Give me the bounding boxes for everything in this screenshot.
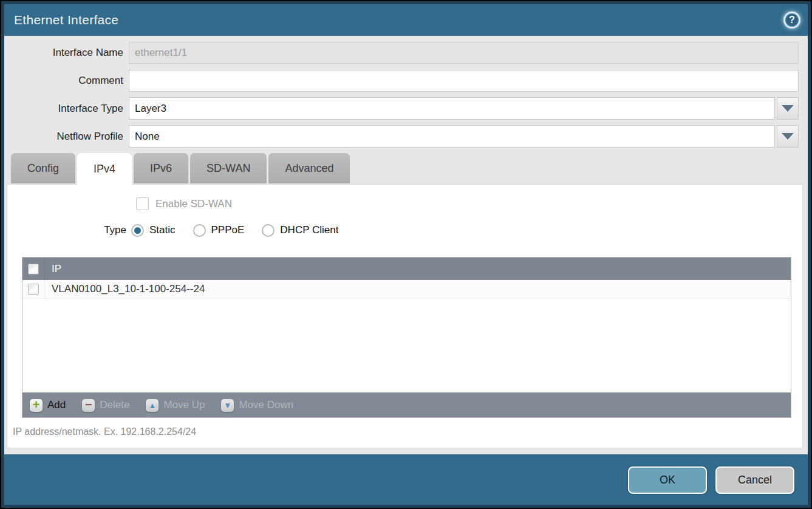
ip-address-table: IP VLAN0100_L3_10-1-100-254--24 + Add: [22, 257, 791, 418]
chevron-down-icon: [782, 105, 794, 112]
interface-name-label: Interface Name: [4, 47, 123, 59]
enable-sdwan-row: Enable SD-WAN: [136, 197, 232, 210]
cancel-button[interactable]: Cancel: [715, 466, 794, 494]
move-up-button-label: Move Up: [163, 399, 205, 411]
comment-label: Comment: [4, 75, 123, 87]
dialog-footer: OK Cancel: [4, 454, 808, 505]
move-down-button[interactable]: ▼ Move Down: [221, 399, 293, 412]
interface-type-row: Interface Type Layer3: [4, 97, 799, 120]
radio-unselected-icon[interactable]: [262, 224, 275, 237]
row-checkbox[interactable]: [28, 284, 39, 295]
radio-option-dhcp-client[interactable]: DHCP Client: [262, 224, 338, 237]
ip-table-toolbar: + Add − Delete ▲ Move Up ▼ Move Down: [22, 392, 791, 417]
tab-config[interactable]: Config: [11, 153, 75, 183]
netflow-profile-row: Netflow Profile None: [4, 125, 799, 148]
plus-icon: +: [30, 399, 43, 412]
minus-icon: −: [82, 399, 95, 412]
interface-name-field: [129, 42, 799, 64]
interface-type-label: Interface Type: [4, 103, 123, 115]
add-button[interactable]: + Add: [30, 399, 66, 412]
tab-ipv6-label: IPv6: [150, 162, 172, 175]
tab-advanced[interactable]: Advanced: [268, 153, 350, 183]
dialog-titlebar: Ethernet Interface ?: [4, 4, 808, 36]
interface-type-select[interactable]: Layer3: [129, 97, 775, 120]
delete-button-label: Delete: [100, 399, 129, 411]
ipv4-tab-panel: Enable SD-WAN Type Static PPPoE DHCP Cli…: [7, 184, 803, 448]
enable-sdwan-checkbox[interactable]: [136, 197, 149, 210]
delete-button[interactable]: − Delete: [82, 399, 129, 412]
interface-type-value: Layer3: [135, 103, 166, 115]
table-row[interactable]: VLAN0100_L3_10-1-100-254--24: [22, 280, 791, 299]
move-up-button[interactable]: ▲ Move Up: [146, 399, 205, 412]
netflow-profile-dropdown-button[interactable]: [777, 125, 799, 148]
header-checkbox-cell: [22, 258, 45, 280]
interface-name-row: Interface Name: [4, 42, 799, 64]
tab-sdwan-label: SD-WAN: [206, 162, 250, 175]
radio-static-label: Static: [149, 224, 176, 236]
type-label: Type: [7, 224, 131, 236]
netflow-profile-value: None: [135, 131, 160, 143]
tab-advanced-label: Advanced: [285, 162, 333, 175]
ip-table-body: VLAN0100_L3_10-1-100-254--24: [22, 280, 791, 392]
arrow-down-icon: ▼: [221, 399, 234, 412]
row-checkbox-cell: [22, 280, 45, 298]
netflow-profile-label: Netflow Profile: [4, 131, 123, 143]
type-radio-group: Type Static PPPoE DHCP Client: [7, 222, 356, 238]
add-button-label: Add: [47, 399, 66, 411]
tab-sdwan[interactable]: SD-WAN: [190, 153, 267, 183]
radio-pppoe-label: PPPoE: [211, 224, 245, 236]
chevron-down-icon: [782, 133, 794, 140]
tab-ipv6[interactable]: IPv6: [134, 153, 188, 183]
ethernet-interface-dialog: Ethernet Interface ? Interface Name Comm…: [1, 1, 811, 508]
radio-selected-icon[interactable]: [131, 224, 144, 237]
comment-row: Comment: [4, 70, 799, 92]
screen: Ethernet Interface ? Interface Name Comm…: [0, 0, 812, 509]
ip-row-value: VLAN0100_L3_10-1-100-254--24: [45, 283, 205, 295]
move-down-button-label: Move Down: [239, 399, 293, 411]
arrow-up-icon: ▲: [146, 399, 159, 412]
radio-option-pppoe[interactable]: PPPoE: [193, 224, 245, 237]
ip-table-header: IP: [22, 258, 791, 280]
enable-sdwan-label: Enable SD-WAN: [155, 198, 232, 210]
comment-field[interactable]: [129, 70, 799, 92]
select-all-checkbox[interactable]: [28, 264, 39, 275]
radio-unselected-icon[interactable]: [193, 224, 206, 237]
interface-type-dropdown-button[interactable]: [777, 97, 799, 120]
netflow-profile-select[interactable]: None: [129, 125, 775, 148]
dialog-title: Ethernet Interface: [14, 13, 118, 27]
ip-column-header: IP: [45, 263, 61, 275]
help-icon[interactable]: ?: [783, 12, 800, 29]
tab-ipv4-label: IPv4: [94, 163, 115, 176]
tab-ipv4[interactable]: IPv4: [77, 153, 132, 185]
ok-button[interactable]: OK: [628, 466, 707, 494]
radio-option-static[interactable]: Static: [131, 224, 176, 237]
ip-format-hint: IP address/netmask. Ex. 192.168.2.254/24: [13, 426, 196, 437]
radio-dhcp-client-label: DHCP Client: [280, 224, 338, 236]
tab-bar: Config IPv4 IPv6 SD-WAN Advanced: [11, 153, 350, 185]
tab-config-label: Config: [27, 162, 59, 175]
